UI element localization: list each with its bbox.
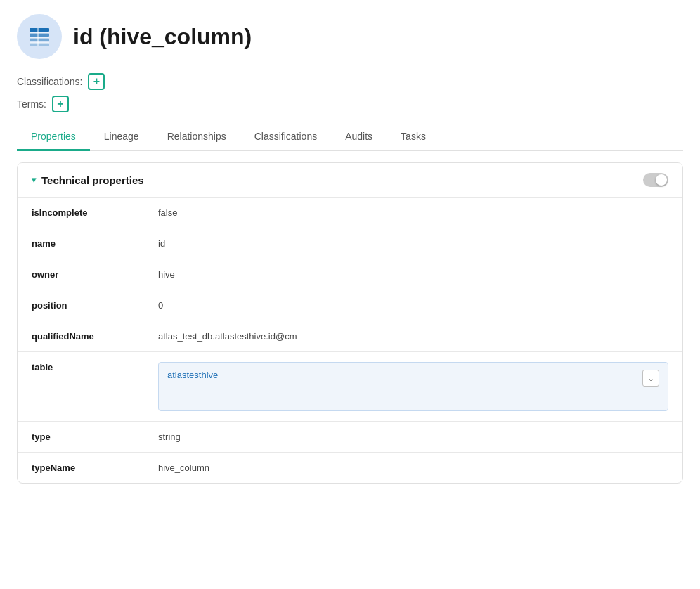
prop-key: table: [18, 352, 144, 422]
table-row: position 0: [18, 290, 682, 321]
chevron-icon: ▾: [32, 175, 36, 185]
table-row: name id: [18, 228, 682, 259]
card-header: ▾ Technical properties: [18, 163, 682, 197]
table-row: table atlastesthive ⌄: [18, 352, 682, 422]
prop-key: isIncomplete: [18, 198, 144, 228]
prop-key: qualifiedName: [18, 321, 144, 352]
prop-value: 0: [144, 290, 682, 321]
prop-value: hive_column: [144, 453, 682, 484]
prop-key: type: [18, 422, 144, 453]
tab-lineage[interactable]: Lineage: [90, 124, 153, 151]
table-row: isIncomplete false: [18, 198, 682, 228]
prop-value: hive: [144, 259, 682, 290]
section-title-text: Technical properties: [41, 174, 144, 186]
toggle-switch[interactable]: [643, 173, 668, 187]
classifications-label: Classifications:: [17, 76, 82, 87]
prop-key: owner: [18, 259, 144, 290]
prop-value-table: atlastesthive ⌄: [144, 352, 682, 422]
table-link[interactable]: atlastesthive: [167, 370, 218, 380]
prop-value: id: [144, 228, 682, 259]
svg-rect-1: [30, 33, 49, 37]
prop-key: typeName: [18, 453, 144, 484]
classifications-row: Classifications: +: [17, 73, 683, 90]
tab-classifications[interactable]: Classifications: [240, 124, 331, 151]
table-row: qualifiedName atlas_test_db.atlastesthiv…: [18, 321, 682, 352]
properties-card: ▾ Technical properties isIncomplete fals…: [17, 162, 683, 484]
tab-relationships[interactable]: Relationships: [153, 124, 240, 151]
table-row: owner hive: [18, 259, 682, 290]
svg-rect-0: [30, 28, 49, 32]
svg-rect-2: [30, 38, 49, 41]
table-row: type string: [18, 422, 682, 453]
page-header: id (hive_column): [17, 14, 683, 59]
table-row: typeName hive_column: [18, 453, 682, 484]
prop-value: false: [144, 198, 682, 228]
prop-key: position: [18, 290, 144, 321]
prop-value: atlas_test_db.atlastesthive.id@cm: [144, 321, 682, 352]
tab-bar: Properties Lineage Relationships Classif…: [17, 124, 683, 151]
expand-button[interactable]: ⌄: [642, 370, 659, 387]
page-title: id (hive_column): [73, 24, 252, 50]
table-value-box: atlastesthive ⌄: [158, 362, 668, 411]
add-terms-button[interactable]: +: [52, 96, 69, 112]
tab-tasks[interactable]: Tasks: [387, 124, 440, 151]
prop-value: string: [144, 422, 682, 453]
section-title: ▾ Technical properties: [32, 174, 144, 186]
svg-rect-3: [30, 43, 49, 46]
terms-row: Terms: +: [17, 96, 683, 112]
tab-audits[interactable]: Audits: [331, 124, 387, 151]
terms-label: Terms:: [17, 98, 46, 110]
entity-icon: [17, 14, 62, 59]
add-classification-button[interactable]: +: [88, 73, 105, 90]
prop-key: name: [18, 228, 144, 259]
tab-properties[interactable]: Properties: [17, 124, 90, 151]
properties-table: isIncomplete false name id owner hive po…: [18, 197, 682, 483]
